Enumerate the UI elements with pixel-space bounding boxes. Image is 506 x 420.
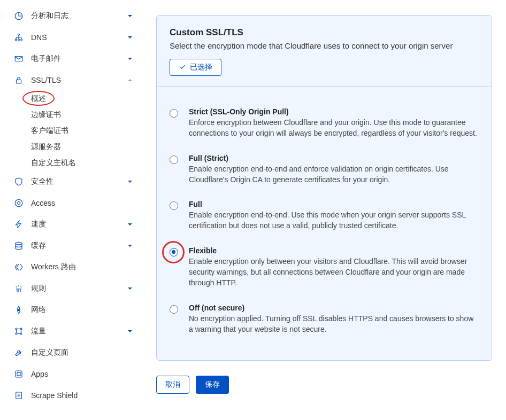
mail-icon: [14, 54, 24, 64]
svg-point-8: [16, 242, 22, 245]
selected-indicator-button[interactable]: 已选择: [170, 59, 221, 76]
option-full[interactable]: Full Enable encryption end-to-end. Use t…: [170, 193, 479, 240]
sidebar-item-traffic[interactable]: 流量: [0, 321, 140, 342]
radio-off[interactable]: [170, 305, 178, 314]
bolt-icon: [14, 220, 24, 229]
workers-icon: [14, 262, 24, 272]
option-desc: Enable encryption end-to-end. Use this m…: [189, 209, 479, 231]
svg-point-13: [20, 333, 22, 335]
sidebar-item-speed[interactable]: 速度: [0, 214, 140, 235]
sidebar-item-dns[interactable]: DNS: [0, 27, 140, 48]
sidebar-label: 缓存: [31, 241, 127, 251]
sidebar-label: Access: [31, 199, 133, 207]
svg-point-11: [20, 328, 22, 330]
option-desc: Enable encryption end-to-end and enforce…: [189, 164, 479, 185]
network-icon: [14, 305, 24, 315]
option-desc: Enforce encryption between Cloudflare an…: [189, 117, 479, 139]
sidebar-label: 安全性: [31, 177, 127, 186]
svg-rect-14: [16, 371, 22, 377]
access-icon: [14, 198, 24, 208]
chevron-down-icon: [127, 243, 133, 248]
svg-point-1: [18, 34, 20, 35]
sidebar-item-ssl-tls[interactable]: SSL/TLS: [0, 69, 140, 91]
lock-icon: [14, 75, 24, 85]
sidebar-item-rules[interactable]: 规则: [0, 278, 140, 299]
radio-full[interactable]: [170, 201, 178, 210]
sidebar-item-custom-pages[interactable]: 自定义页面: [0, 342, 140, 363]
sidebar-sub-label: 自定义主机名: [31, 158, 76, 168]
svg-rect-5: [15, 57, 22, 61]
rules-icon: [14, 284, 24, 293]
svg-rect-15: [17, 372, 20, 376]
save-button[interactable]: 保存: [196, 376, 229, 394]
svg-point-7: [15, 199, 22, 207]
shield-icon: [14, 177, 24, 186]
main-content: Custom SSL/TLS Select the encryption mod…: [140, 0, 506, 420]
wrench-icon: [14, 348, 24, 357]
svg-point-9: [18, 309, 20, 311]
sidebar-label: SSL/TLS: [31, 76, 127, 84]
cache-icon: [14, 241, 24, 251]
sidebar: 分析和日志 DNS 电子邮件 SSL/TLS 概述 边缘证书: [0, 0, 140, 420]
sidebar-sub-label: 概述: [31, 94, 46, 104]
sidebar-item-apps[interactable]: Apps: [0, 363, 140, 385]
radio-full-strict[interactable]: [170, 155, 178, 164]
svg-point-3: [18, 39, 20, 41]
sidebar-item-network[interactable]: 网络: [0, 299, 140, 321]
sidebar-label: Workers 路由: [31, 262, 133, 272]
sidebar-subitem-edge-certs[interactable]: 边缘证书: [0, 107, 140, 123]
apps-icon: [14, 369, 24, 379]
sidebar-label: 规则: [31, 284, 127, 293]
option-strict[interactable]: Strict (SSL-Only Origin Pull) Enforce en…: [170, 101, 479, 147]
sidebar-sub-label: 源服务器: [31, 142, 61, 152]
sidebar-subitem-origin-server[interactable]: 源服务器: [0, 139, 140, 155]
sidebar-item-access[interactable]: Access: [0, 192, 140, 214]
sidebar-label: 速度: [31, 220, 127, 229]
sidebar-item-email[interactable]: 电子邮件: [0, 48, 140, 69]
sidebar-item-security[interactable]: 安全性: [0, 171, 140, 192]
traffic-icon: [14, 326, 24, 336]
dns-icon: [14, 33, 24, 42]
sidebar-subitem-client-certs[interactable]: 客户端证书: [0, 123, 140, 139]
option-full-strict[interactable]: Full (Strict) Enable encryption end-to-e…: [170, 147, 479, 194]
radio-strict[interactable]: [170, 109, 178, 118]
option-desc: No encryption applied. Turning off SSL d…: [189, 313, 479, 335]
option-flexible[interactable]: Flexible Enable encryption only between …: [170, 240, 479, 297]
panel-title: Custom SSL/TLS: [170, 27, 479, 38]
sidebar-subitem-overview[interactable]: 概述: [0, 91, 140, 107]
chevron-down-icon: [127, 222, 133, 227]
option-title: Off (not secure): [189, 304, 479, 312]
chevron-down-icon: [127, 286, 133, 291]
scrape-icon: [14, 391, 24, 400]
chevron-down-icon: [127, 13, 133, 19]
sidebar-item-scrape-shield[interactable]: Scrape Shield: [0, 385, 140, 406]
sidebar-subitem-custom-hostnames[interactable]: 自定义主机名: [0, 155, 140, 171]
chevron-down-icon: [127, 179, 133, 184]
chart-icon: [14, 11, 24, 21]
sidebar-label: Scrape Shield: [31, 391, 133, 400]
sidebar-sub-label: 客户端证书: [31, 126, 68, 136]
option-desc: Enable encryption only between your visi…: [189, 256, 479, 289]
sidebar-item-caching[interactable]: 缓存: [0, 235, 140, 256]
sidebar-item-analytics[interactable]: 分析和日志: [0, 5, 140, 27]
sidebar-item-workers[interactable]: Workers 路由: [0, 256, 140, 278]
sidebar-label: 网络: [31, 305, 133, 315]
option-title: Flexible: [189, 246, 479, 255]
chevron-down-icon: [127, 56, 133, 61]
footer-actions: 取消 保存: [156, 376, 492, 394]
svg-rect-6: [17, 80, 21, 83]
option-title: Full (Strict): [189, 154, 479, 162]
sidebar-sub-label: 边缘证书: [31, 110, 61, 120]
option-title: Strict (SSL-Only Origin Pull): [189, 107, 479, 116]
panel-body: Strict (SSL-Only Origin Pull) Enforce en…: [157, 87, 492, 360]
chevron-down-icon: [127, 329, 133, 334]
sidebar-label: DNS: [31, 33, 127, 42]
sidebar-label: 分析和日志: [31, 11, 127, 21]
sidebar-label: 流量: [31, 326, 127, 336]
ssl-mode-panel: Custom SSL/TLS Select the encryption mod…: [156, 15, 492, 361]
radio-flexible[interactable]: [170, 248, 178, 256]
cancel-button[interactable]: 取消: [156, 376, 189, 394]
chevron-down-icon: [127, 35, 133, 40]
option-off[interactable]: Off (not secure) No encryption applied. …: [170, 297, 479, 344]
selected-label: 已选择: [190, 63, 212, 72]
